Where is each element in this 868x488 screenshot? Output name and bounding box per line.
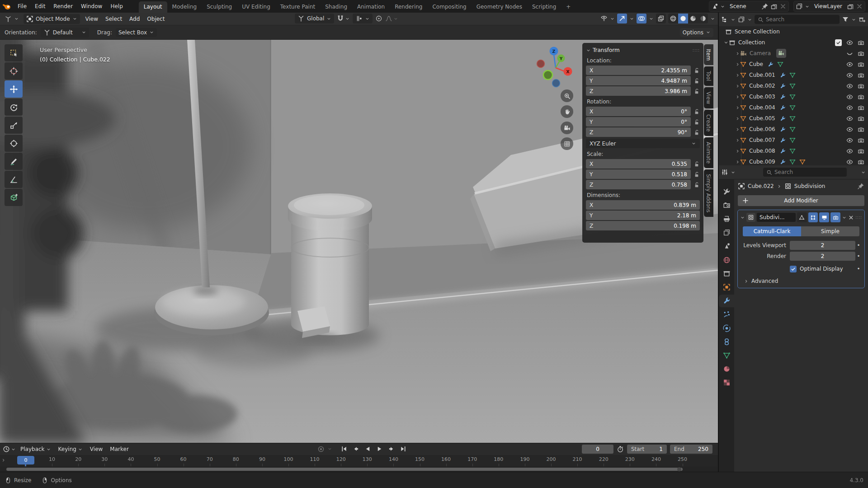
- eye-icon[interactable]: [846, 126, 853, 133]
- sidebar-tab-animate[interactable]: Animate: [704, 137, 713, 168]
- camera-icon[interactable]: [858, 61, 864, 68]
- chevron-right-icon[interactable]: [735, 105, 740, 110]
- eye-icon[interactable]: [846, 83, 853, 89]
- workspace-tab-layout[interactable]: Layout: [139, 1, 167, 13]
- lock-open-icon[interactable]: [693, 171, 700, 178]
- tool-rotate[interactable]: [5, 99, 23, 116]
- eye-icon[interactable]: [846, 137, 853, 144]
- sidebar-tab-tool[interactable]: Tool: [704, 66, 713, 85]
- tool-measure[interactable]: [5, 171, 23, 188]
- properties-tab-tool[interactable]: [719, 185, 734, 198]
- eye-icon[interactable]: [846, 148, 853, 155]
- chevron-right-icon[interactable]: [735, 94, 740, 99]
- transport-play[interactable]: [374, 444, 385, 454]
- snap-with-dropdown[interactable]: [353, 14, 373, 23]
- camera-icon[interactable]: [858, 39, 864, 46]
- transport-skip-start[interactable]: [339, 444, 349, 454]
- close-icon[interactable]: [779, 3, 787, 10]
- region-expand-icon[interactable]: [1, 458, 6, 463]
- sidebar-tab-create[interactable]: Create: [704, 110, 713, 136]
- lock-open-icon[interactable]: [693, 88, 700, 94]
- timeline-menu-marker[interactable]: Marker: [106, 445, 132, 454]
- properties-tab-texture[interactable]: [719, 376, 734, 389]
- current-frame-indicator[interactable]: 0: [17, 456, 34, 465]
- close-icon[interactable]: [856, 3, 863, 10]
- animate-dot[interactable]: •: [855, 253, 862, 259]
- value-slider[interactable]: X0.535: [586, 159, 691, 169]
- outliner-row-cube.003[interactable]: Cube.003: [719, 91, 868, 102]
- eye-icon[interactable]: [846, 159, 853, 165]
- modifier-drag-handle[interactable]: ::::: [855, 216, 862, 220]
- value-slider[interactable]: Z3.986 m: [586, 86, 691, 96]
- eye-icon[interactable]: [846, 61, 853, 68]
- tool-add-cube[interactable]: [5, 189, 23, 206]
- show-on-cage-toggle[interactable]: [797, 212, 807, 222]
- algorithm-catmull-clark[interactable]: Catmull-Clark: [743, 226, 801, 236]
- transform-panel-header[interactable]: Transform ::::: [586, 46, 700, 55]
- exclude-checkbox[interactable]: [835, 39, 842, 46]
- scrollbar-handle[interactable]: [677, 467, 681, 471]
- transport-play-rev[interactable]: [362, 444, 373, 454]
- falloff-dropdown[interactable]: [385, 15, 398, 22]
- tool-transform[interactable]: [5, 135, 23, 152]
- chevron-right-icon[interactable]: [735, 116, 740, 121]
- tool-scale[interactable]: [5, 117, 23, 134]
- trash-bin-object[interactable]: [288, 193, 372, 343]
- timeline-menu-keying[interactable]: Keying: [55, 445, 86, 454]
- properties-tab-world[interactable]: [719, 253, 734, 266]
- scene-name[interactable]: Scene: [727, 3, 760, 9]
- new-collection-icon[interactable]: [859, 16, 866, 23]
- outliner-row-cube.008[interactable]: Cube.008: [719, 145, 868, 156]
- value-slider[interactable]: Y0°: [586, 117, 691, 127]
- render-display-toggle[interactable]: [830, 212, 840, 222]
- outliner-row-collection[interactable]: Collection: [719, 37, 868, 48]
- camera-icon[interactable]: [858, 94, 864, 100]
- view-layer-name[interactable]: ViewLayer: [811, 3, 845, 9]
- editor-type-button[interactable]: [2, 14, 22, 24]
- properties-tab-data[interactable]: [719, 349, 734, 361]
- gizmo-y-label[interactable]: Y: [559, 56, 563, 61]
- outliner-row-cube.006[interactable]: Cube.006: [719, 124, 868, 135]
- close-modifier-icon[interactable]: [848, 215, 854, 221]
- eye-icon[interactable]: [846, 94, 853, 100]
- value-slider[interactable]: Z0.758: [586, 180, 691, 189]
- scrollbar-thumb[interactable]: [6, 468, 683, 471]
- chevron-right-icon[interactable]: [735, 127, 740, 132]
- camera-icon[interactable]: [858, 104, 864, 111]
- copy-icon[interactable]: [847, 3, 854, 10]
- field-value[interactable]: 2: [790, 252, 855, 261]
- pin-icon[interactable]: [761, 3, 769, 10]
- blender-logo-icon[interactable]: [3, 2, 12, 11]
- lock-open-icon[interactable]: [693, 78, 700, 84]
- chevron-right-icon[interactable]: [735, 84, 740, 89]
- outliner-row-cube.002[interactable]: Cube.002: [719, 80, 868, 91]
- workspace-tab-texture-paint[interactable]: Texture Paint: [275, 1, 320, 13]
- rotation-mode-dropdown[interactable]: XYZ Euler: [586, 139, 700, 148]
- properties-search-input[interactable]: Search: [763, 168, 847, 177]
- lock-open-icon[interactable]: [693, 108, 700, 115]
- value-slider[interactable]: Z0.198 m: [586, 221, 700, 230]
- value-slider[interactable]: Y4.9487 m: [586, 76, 691, 85]
- optimal-display-checkbox[interactable]: [790, 266, 797, 272]
- animate-dot[interactable]: •: [855, 266, 862, 272]
- lock-open-icon[interactable]: [693, 129, 700, 136]
- camera-icon[interactable]: [858, 83, 864, 89]
- lock-open-icon[interactable]: [693, 182, 700, 188]
- lock-open-icon[interactable]: [693, 67, 700, 74]
- menu-help[interactable]: Help: [106, 1, 127, 11]
- workspace-tab-rendering[interactable]: Rendering: [390, 1, 427, 13]
- workspace-tab-modeling[interactable]: Modeling: [167, 1, 202, 13]
- shading-wireframe-button[interactable]: [668, 14, 678, 23]
- breadcrumb-modifier[interactable]: Subdivision: [794, 183, 826, 189]
- eye-icon[interactable]: [846, 104, 853, 111]
- viewport-menu-add[interactable]: Add: [126, 14, 143, 23]
- eye-icon[interactable]: [846, 115, 853, 122]
- workspace-tab-geometry-nodes[interactable]: Geometry Nodes: [472, 1, 527, 13]
- transform-orientation-dropdown[interactable]: Global: [295, 14, 334, 23]
- properties-tab-render[interactable]: [719, 199, 734, 211]
- transport-key-prev[interactable]: [350, 444, 361, 454]
- shading-material-button[interactable]: [688, 14, 698, 23]
- menu-file[interactable]: File: [14, 1, 31, 11]
- tool-select-box[interactable]: [5, 44, 23, 61]
- realtime-display-toggle[interactable]: [819, 212, 829, 222]
